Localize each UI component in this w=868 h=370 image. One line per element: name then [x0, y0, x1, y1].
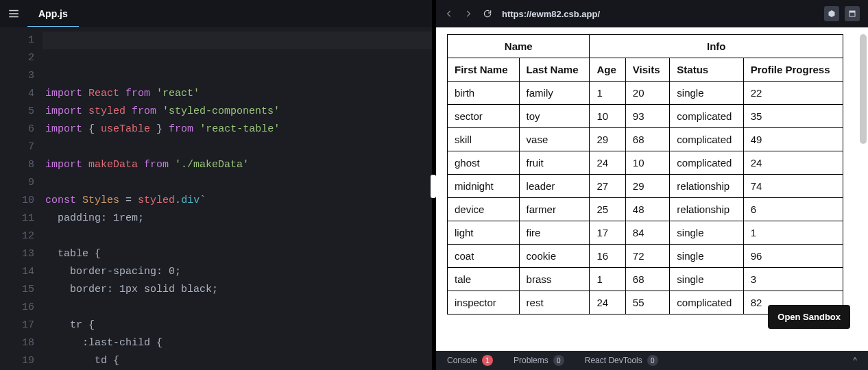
column-header: First Name	[448, 58, 520, 82]
file-tab-appjs[interactable]: App.js	[27, 1, 79, 27]
devtools-tab[interactable]: React DevTools0	[585, 355, 658, 366]
table-row: midnightleader2729relationship74	[448, 175, 843, 198]
reload-icon	[483, 9, 492, 18]
table-cell: 96	[743, 245, 843, 268]
open-sandbox-button[interactable]: Open Sandbox	[768, 305, 850, 329]
new-window-button[interactable]	[845, 6, 860, 21]
table-cell: vase	[519, 128, 590, 151]
table-row: skillvase2968complicated49	[448, 128, 843, 151]
table-cell: 10	[625, 151, 670, 175]
table-cell: inspector	[448, 291, 520, 314]
editor-tab-bar: App.js	[0, 0, 432, 27]
table-cell: 72	[625, 245, 670, 268]
group-header-name: Name	[448, 35, 590, 58]
hamburger-menu-button[interactable]	[0, 0, 27, 27]
table-cell: fire	[519, 221, 590, 245]
table-cell: 10	[590, 105, 625, 128]
table-cell: 93	[625, 105, 670, 128]
table-cell: single	[670, 221, 743, 245]
devtools-expand-button[interactable]: ^	[853, 356, 857, 365]
table-row: lightfire1784single1	[448, 221, 843, 245]
code-content[interactable]: import React from 'react'import styled f…	[43, 27, 432, 370]
table-cell: 24	[590, 291, 625, 314]
column-header: Visits	[625, 58, 670, 82]
table-cell: single	[670, 82, 743, 105]
table-cell: 20	[625, 82, 670, 105]
table-cell: rest	[519, 291, 590, 314]
devtools-tab-badge: 0	[647, 355, 658, 366]
preview-viewport[interactable]: Name Info First NameLast NameAgeVisitsSt…	[436, 27, 868, 351]
table-cell: sector	[448, 105, 520, 128]
chevron-right-icon	[463, 9, 473, 18]
table-cell: 1	[590, 268, 625, 291]
line-number: 7	[0, 138, 34, 156]
code-line[interactable]	[43, 227, 432, 245]
browser-right-icons	[824, 6, 860, 21]
code-editor[interactable]: 12345678910111213141516171819 import Rea…	[0, 27, 432, 370]
line-number: 8	[0, 156, 34, 174]
codesandbox-icon[interactable]	[824, 6, 839, 21]
table-cell: 17	[590, 221, 625, 245]
editor-pane: App.js 12345678910111213141516171819 imp…	[0, 0, 432, 370]
table-cell: brass	[519, 268, 590, 291]
code-line[interactable]: border-spacing: 0;	[43, 263, 432, 281]
table-cell: 68	[625, 128, 670, 151]
table-cell: farmer	[519, 198, 590, 221]
table-cell: skill	[448, 128, 520, 151]
devtools-panel-tabs: Console1Problems0React DevTools0^	[436, 351, 868, 370]
code-line[interactable]: import makeData from './makeData'	[43, 156, 432, 174]
code-line[interactable]: const Styles = styled.div`	[43, 192, 432, 210]
table-cell: relationship	[670, 198, 743, 221]
table-cell: 24	[743, 151, 843, 175]
code-line[interactable]: border: 1px solid black;	[43, 281, 432, 299]
code-line[interactable]	[43, 299, 432, 317]
table-row: sectortoy1093complicated35	[448, 105, 843, 128]
preview-pane: https://ewm82.csb.app/ Name Info First N…	[436, 0, 868, 370]
nav-back-button[interactable]	[444, 9, 454, 18]
table-cell: complicated	[670, 151, 743, 175]
table-group-header-row: Name Info	[448, 35, 843, 58]
splitter-handle[interactable]	[431, 175, 436, 198]
table-cell: device	[448, 198, 520, 221]
table-cell: 3	[743, 268, 843, 291]
devtools-tab[interactable]: Problems0	[514, 355, 564, 366]
nav-forward-button[interactable]	[463, 9, 473, 18]
table-cell: family	[519, 82, 590, 105]
devtools-tab-badge: 0	[553, 355, 564, 366]
line-number: 3	[0, 67, 34, 85]
line-number: 15	[0, 281, 34, 299]
code-line[interactable]: table {	[43, 245, 432, 263]
column-header: Age	[590, 58, 625, 82]
table-cell: toy	[519, 105, 590, 128]
code-line[interactable]: :last-child {	[43, 334, 432, 352]
reload-button[interactable]	[483, 9, 492, 18]
table-cell: 16	[590, 245, 625, 268]
data-table: Name Info First NameLast NameAgeVisitsSt…	[447, 34, 843, 314]
code-line[interactable]: import { useTable } from 'react-table'	[43, 121, 432, 138]
code-line[interactable]: padding: 1rem;	[43, 210, 432, 227]
table-cell: single	[670, 268, 743, 291]
url-display[interactable]: https://ewm82.csb.app/	[502, 9, 815, 19]
code-line[interactable]: import React from 'react'	[43, 85, 432, 103]
table-cell: 48	[625, 198, 670, 221]
code-line[interactable]: tr {	[43, 317, 432, 334]
table-row: talebrass168single3	[448, 268, 843, 291]
app-root: App.js 12345678910111213141516171819 imp…	[0, 0, 868, 370]
line-number: 19	[0, 352, 34, 370]
code-line[interactable]	[43, 174, 432, 192]
hamburger-icon	[8, 8, 20, 20]
column-header: Profile Progress	[743, 58, 843, 82]
code-line[interactable]: import styled from 'styled-components'	[43, 103, 432, 121]
code-line[interactable]	[43, 138, 432, 156]
devtools-tab[interactable]: Console1	[447, 355, 493, 366]
devtools-tab-badge: 1	[482, 355, 493, 366]
table-cell: complicated	[670, 291, 743, 314]
code-line[interactable]: td {	[43, 352, 432, 370]
line-number: 18	[0, 334, 34, 352]
table-cell: 1	[743, 221, 843, 245]
line-number: 17	[0, 317, 34, 334]
table-cell: 22	[743, 82, 843, 105]
line-number: 4	[0, 85, 34, 103]
table-row: birthfamily120single22	[448, 82, 843, 105]
preview-scrollbar-thumb[interactable]	[860, 34, 867, 144]
